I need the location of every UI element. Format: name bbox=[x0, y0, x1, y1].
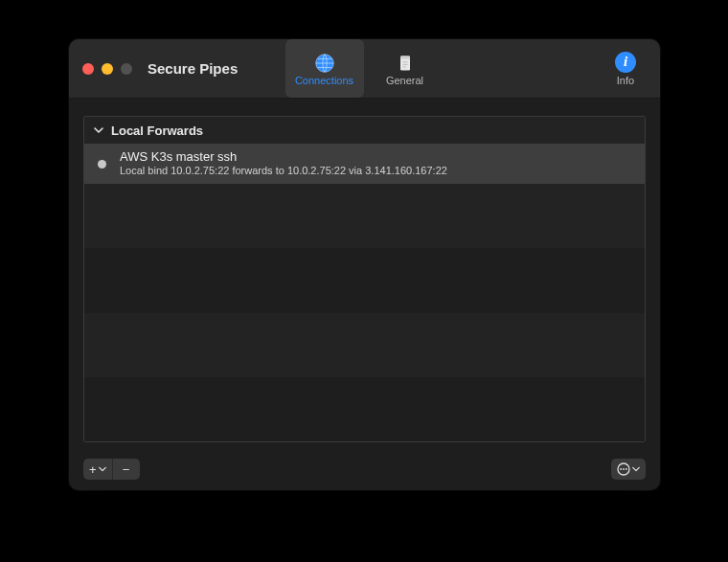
plus-icon: + bbox=[89, 462, 97, 477]
preferences-tabs: Connections General bbox=[285, 39, 444, 98]
actions-group bbox=[611, 459, 646, 480]
connections-list: Local Forwards AWS K3s master ssh Local … bbox=[83, 116, 646, 442]
svg-rect-5 bbox=[402, 66, 405, 67]
empty-rows bbox=[84, 184, 645, 441]
svg-point-7 bbox=[620, 468, 622, 470]
list-row-empty bbox=[84, 184, 645, 248]
tab-label: General bbox=[386, 76, 423, 86]
chevron-down-icon bbox=[92, 125, 105, 135]
connection-row[interactable]: AWS K3s master ssh Local bind 10.0.2.75:… bbox=[84, 144, 645, 184]
titlebar: Secure Pipes Connections bbox=[69, 39, 660, 99]
list-row-empty bbox=[84, 248, 645, 312]
tab-label: Connections bbox=[295, 76, 353, 86]
zoom-window-button[interactable] bbox=[121, 63, 132, 75]
add-connection-button[interactable]: + bbox=[83, 459, 113, 480]
app-window: Secure Pipes Connections bbox=[69, 39, 660, 490]
document-icon bbox=[395, 53, 416, 74]
group-label: Local Forwards bbox=[111, 124, 203, 138]
tab-general[interactable]: General bbox=[366, 39, 444, 98]
svg-point-9 bbox=[626, 468, 627, 470]
connection-text: AWS K3s master ssh Local bind 10.0.2.75:… bbox=[120, 149, 447, 178]
connection-name: AWS K3s master ssh bbox=[120, 149, 447, 165]
network-icon bbox=[314, 53, 335, 74]
info-icon: i bbox=[615, 52, 636, 73]
window-controls bbox=[82, 63, 132, 75]
status-indicator-icon bbox=[98, 160, 106, 169]
chevron-down-icon bbox=[99, 465, 106, 473]
svg-rect-4 bbox=[402, 63, 407, 64]
footer-toolbar: + − bbox=[69, 454, 660, 490]
list-row-empty bbox=[84, 377, 645, 441]
remove-connection-button[interactable]: − bbox=[113, 459, 140, 480]
content-area: Local Forwards AWS K3s master ssh Local … bbox=[69, 99, 660, 454]
svg-rect-3 bbox=[402, 61, 407, 62]
list-row-empty bbox=[84, 313, 645, 377]
info-button[interactable]: i Info bbox=[604, 39, 647, 98]
minus-icon: − bbox=[123, 462, 130, 477]
group-header-local-forwards[interactable]: Local Forwards bbox=[84, 117, 645, 144]
chevron-down-icon bbox=[632, 465, 640, 473]
info-label: Info bbox=[617, 75, 634, 86]
svg-rect-2 bbox=[400, 56, 410, 58]
add-remove-group: + − bbox=[83, 459, 140, 480]
ellipsis-circle-icon bbox=[617, 462, 630, 476]
svg-point-8 bbox=[623, 468, 625, 470]
tab-connections[interactable]: Connections bbox=[285, 39, 364, 98]
window-title: Secure Pipes bbox=[148, 60, 238, 77]
more-actions-button[interactable] bbox=[611, 459, 646, 480]
close-window-button[interactable] bbox=[82, 63, 94, 75]
connection-detail: Local bind 10.0.2.75:22 forwards to 10.0… bbox=[120, 165, 447, 178]
minimize-window-button[interactable] bbox=[102, 63, 113, 75]
